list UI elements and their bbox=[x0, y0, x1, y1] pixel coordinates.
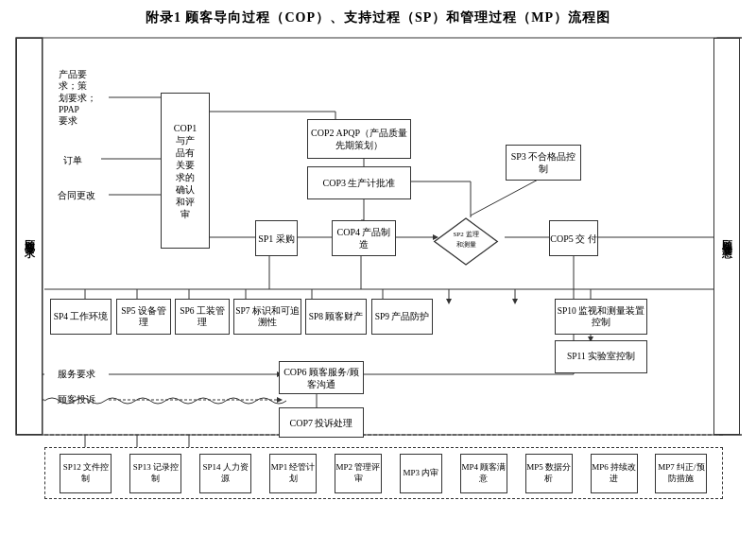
cop1-box: COP1 与产 品有 关要 求的 确认 和评 审 bbox=[161, 93, 210, 249]
contract-label: 合同更改 bbox=[44, 186, 109, 203]
page: 附录1 顾客导向过程（COP）、支持过程（SP）和管理过程（MP）流程图 bbox=[0, 0, 756, 535]
svg-line-29 bbox=[471, 178, 541, 216]
order-label: 订单 bbox=[44, 151, 101, 168]
mp3-box: MP3 内审 bbox=[400, 454, 442, 493]
svg-marker-51 bbox=[446, 299, 452, 304]
sp9-box: SP9 产品防护 bbox=[371, 299, 433, 335]
mp4-box: MP4 顾客满意 bbox=[460, 454, 507, 493]
cop7-box: COP7 投诉处理 bbox=[279, 407, 364, 438]
mp7-box: MP7 纠正/预防措施 bbox=[655, 454, 707, 493]
left-label: 顾客要求 bbox=[16, 38, 43, 435]
cop2-box: COP2 APQP（产品质量 先期策划） bbox=[307, 119, 411, 159]
cop3-box: COP3 生产计批准 bbox=[307, 166, 411, 199]
cop4-box: COP4 产品制造 bbox=[332, 220, 396, 256]
page-title: 附录1 顾客导向过程（COP）、支持过程（SP）和管理过程（MP）流程图 bbox=[14, 9, 742, 26]
sp13-box: SP13 记录控制 bbox=[129, 454, 181, 493]
svg-text:SP2 监理: SP2 监理 bbox=[453, 231, 478, 238]
sp8-box: SP8 顾客财产 bbox=[305, 299, 367, 335]
sp6-box: SP6 工装管理 bbox=[175, 299, 230, 335]
right-label: 顾客满意 bbox=[713, 38, 740, 435]
sp4-box: SP4 工作环境 bbox=[50, 299, 112, 335]
cop5-box: COP5 交 付 bbox=[549, 220, 598, 256]
wavy-line bbox=[44, 395, 290, 406]
sp14-box: SP14 人力资源 bbox=[199, 454, 251, 493]
svg-marker-53 bbox=[512, 299, 518, 304]
sp11-box: SP11 实验室控制 bbox=[555, 340, 647, 373]
diagram-svg bbox=[14, 36, 742, 499]
diagram-area: 顾客要求 顾客满意 产品要 求；策 划要求； PPAP 要求 订单 合同更改 C… bbox=[14, 36, 742, 499]
mp6-box: MP6 持续改进 bbox=[591, 454, 638, 493]
bottom-section: SP12 文件控制 SP13 记录控制 SP14 人力资源 MP1 经管计划 M… bbox=[44, 447, 723, 499]
mp1-box: MP1 经管计划 bbox=[269, 454, 317, 493]
sp10-box: SP10 监视和测量装置控制 bbox=[555, 299, 647, 335]
product-req-label: 产品要 求；策 划要求； PPAP 要求 bbox=[44, 69, 109, 140]
sp12-box: SP12 文件控制 bbox=[60, 454, 112, 493]
sp2-diamond: SP2 监理 和测量 bbox=[433, 216, 499, 268]
mp5-box: MP5 数据分析 bbox=[525, 454, 573, 493]
service-req-label: 服务要求 bbox=[44, 365, 109, 382]
sp5-box: SP5 设备管理 bbox=[116, 299, 171, 335]
mp2-box: MP2 管理评审 bbox=[335, 454, 382, 493]
cop6-box: COP6 顾客服务/顾客沟通 bbox=[279, 361, 364, 394]
sp7-box: SP7 标识和可追溯性 bbox=[233, 299, 301, 335]
sp1-box: SP1 采购 bbox=[255, 220, 298, 256]
svg-text:和测量: 和测量 bbox=[456, 241, 476, 249]
sp3-box: SP3 不合格品控制 bbox=[506, 145, 581, 181]
